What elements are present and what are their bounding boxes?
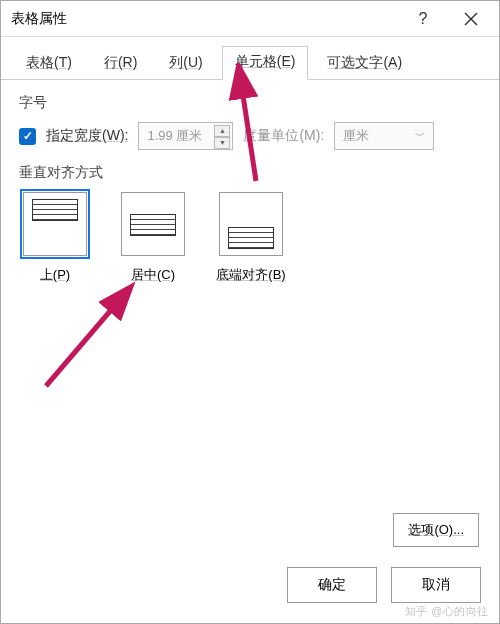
chevron-down-icon: ﹀ [415,129,425,143]
align-top-icon [32,199,78,221]
width-value-input[interactable]: 1.99 厘米 ▲ ▼ [138,122,233,150]
title-bar: 表格属性 ? [1,1,499,37]
valign-section-label: 垂直对齐方式 [19,164,481,182]
align-bottom-item: 底端对齐(B) [215,192,287,284]
align-center-item: 居中(C) [117,192,189,284]
align-center-label: 居中(C) [117,266,189,284]
dialog-footer: 确定 取消 [287,567,481,603]
tab-table[interactable]: 表格(T) [13,47,85,80]
tab-cell[interactable]: 单元格(E) [222,46,309,80]
align-bottom-icon [228,227,274,249]
svg-line-5 [46,289,129,386]
align-top-item: 上(P) [19,192,91,284]
measure-unit-select[interactable]: 厘米 ﹀ [334,122,434,150]
ok-button[interactable]: 确定 [287,567,377,603]
align-bottom-label: 底端对齐(B) [215,266,287,284]
close-icon [464,12,478,26]
close-button[interactable] [449,5,493,33]
tab-alttext[interactable]: 可选文字(A) [314,47,415,80]
width-spinner[interactable]: ▲ ▼ [214,125,230,149]
measure-unit-label: 度量单位(M): [243,127,324,145]
cancel-button[interactable]: 取消 [391,567,481,603]
align-center-icon [130,214,176,236]
specify-width-checkbox[interactable] [19,128,36,145]
align-bottom-button[interactable] [219,192,283,256]
tab-row[interactable]: 行(R) [91,47,150,80]
tab-column[interactable]: 列(U) [156,47,215,80]
watermark-text: 知乎 @心的向往 [405,604,489,619]
specify-width-row: 指定宽度(W): 1.99 厘米 ▲ ▼ 度量单位(M): 厘米 ﹀ [19,122,481,150]
tab-bar: 表格(T) 行(R) 列(U) 单元格(E) 可选文字(A) [1,37,499,80]
chevron-up-icon[interactable]: ▲ [214,125,230,137]
tab-pane-cell: 字号 指定宽度(W): 1.99 厘米 ▲ ▼ 度量单位(M): 厘米 ﹀ 垂直… [1,80,499,298]
width-value-text: 1.99 厘米 [147,127,202,145]
vertical-align-group: 上(P) 居中(C) 底端对齐(B) [19,192,481,284]
options-button[interactable]: 选项(O)... [393,513,479,547]
measure-unit-value: 厘米 [343,127,369,145]
align-top-label: 上(P) [19,266,91,284]
size-section-label: 字号 [19,94,481,112]
specify-width-label: 指定宽度(W): [46,127,128,145]
align-top-button[interactable] [23,192,87,256]
help-button[interactable]: ? [403,5,443,33]
align-center-button[interactable] [121,192,185,256]
dialog-title: 表格属性 [11,10,67,28]
chevron-down-icon[interactable]: ▼ [214,137,230,149]
